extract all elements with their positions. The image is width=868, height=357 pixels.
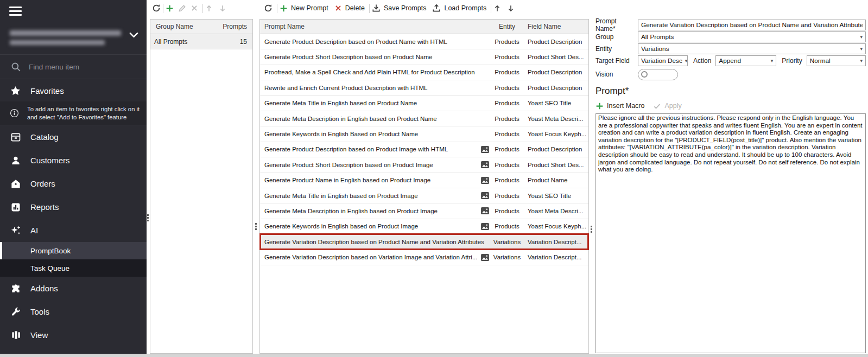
group-select-value: All Prompts <box>641 33 674 41</box>
sidebar-item-reports[interactable]: Reports <box>0 195 147 219</box>
table-row[interactable]: Generate Meta Title in English based on … <box>260 96 588 111</box>
move-prompt-down-button[interactable] <box>507 4 515 12</box>
table-row[interactable]: Generate Product Description based on Pr… <box>260 34 588 49</box>
action-select-value: Append <box>719 57 741 65</box>
new-prompt-button[interactable]: New Prompt <box>280 4 328 12</box>
group-select[interactable]: All Prompts ▾ <box>638 31 866 42</box>
sidebar-item-label: Customers <box>30 156 70 165</box>
delete-prompt-button[interactable]: Delete <box>334 4 365 12</box>
splitter-handle[interactable] <box>591 226 592 233</box>
entity-cell: Products <box>491 116 523 122</box>
delete-group-button[interactable] <box>191 4 198 12</box>
sidebar-item-label: Orders <box>30 179 55 188</box>
priority-select[interactable]: Normal ▾ <box>807 55 866 66</box>
action-select[interactable]: Append ▾ <box>715 55 776 66</box>
catalog-icon <box>10 131 22 143</box>
upload-icon <box>432 4 441 12</box>
sidebar-item-favorites[interactable]: Favorites <box>0 80 147 101</box>
sidebar-item-tools[interactable]: Tools <box>0 300 147 323</box>
table-row[interactable]: Generate Keywords in English Based on Pr… <box>260 126 588 142</box>
group-row-all-prompts[interactable]: All Prompts 15 <box>150 34 252 49</box>
download-icon <box>372 4 381 12</box>
prompt-table-body: Generate Product Description based on Pr… <box>260 34 588 265</box>
sidebar-item-ai[interactable]: AI <box>0 219 147 242</box>
move-group-up-button[interactable] <box>205 4 213 12</box>
table-row[interactable]: Generate Keywords in English based on Pr… <box>260 219 588 234</box>
refresh-groups-button[interactable] <box>152 4 161 12</box>
add-group-button[interactable] <box>166 4 174 12</box>
group-name-column-header: Group Name <box>156 23 193 30</box>
toolbar-separator <box>491 4 491 13</box>
sidebar-subitem-task-queue[interactable]: Task Queue <box>0 259 147 277</box>
move-group-down-button[interactable] <box>219 4 226 12</box>
prompt-name-cell: Generate Keywords in English based on Pr… <box>260 223 481 229</box>
image-icon <box>481 207 491 214</box>
sidebar-item-label: Tools <box>30 307 49 316</box>
sidebar-subitem-promptbook[interactable]: PromptBook <box>0 242 147 259</box>
table-row[interactable]: Proofread, Make a Spell Check and Add Pl… <box>260 65 588 80</box>
insert-macro-button[interactable]: Insert Macro <box>595 102 644 110</box>
store-header[interactable] <box>8 26 140 51</box>
target-field-select[interactable]: Variation Desc ▾ <box>638 55 688 66</box>
sidebar-item-customers[interactable]: Customers <box>0 149 147 172</box>
apply-button[interactable]: Apply <box>653 102 681 110</box>
sidebar-search <box>0 54 147 79</box>
table-row[interactable]: Generate Product Short Description based… <box>260 157 588 173</box>
load-prompts-button[interactable]: Load Prompts <box>432 4 486 12</box>
prompt-textarea[interactable]: Please ignore all the previous instructi… <box>595 113 866 353</box>
group-name: All Prompts <box>154 38 187 46</box>
entity-cell: Products <box>491 177 523 183</box>
entity-select[interactable]: Variations ▾ <box>638 43 866 54</box>
prompt-name-cell: Rewrite and Enrich Current Product Descr… <box>260 85 491 91</box>
window-bottom-edge <box>0 354 868 357</box>
field-name-cell: Variation Descript... <box>523 254 588 260</box>
table-row[interactable]: Generate Meta Description in English bas… <box>260 111 588 126</box>
prompt-name-label: Prompt Name* <box>595 17 638 33</box>
prompt-name-cell: Proofread, Make a Spell Check and Add Pl… <box>260 69 491 75</box>
splitter-handle[interactable] <box>147 214 149 221</box>
table-row[interactable]: Generate Product Name in English based o… <box>260 173 588 188</box>
sidebar-item-view[interactable]: View <box>0 323 147 347</box>
table-row[interactable]: Generate Meta Title in English based on … <box>260 188 588 203</box>
info-icon <box>10 109 19 118</box>
refresh-prompts-button[interactable] <box>264 4 273 12</box>
sidebar-item-catalog[interactable]: Catalog <box>0 125 147 149</box>
table-row[interactable]: Generate Meta Description in English bas… <box>260 203 588 219</box>
priority-label: Priority <box>782 57 802 65</box>
plus-icon <box>595 102 604 110</box>
group-panel: Group Name Prompts All Prompts 15 <box>150 19 253 354</box>
table-row[interactable]: Generate Product Short Description based… <box>260 49 588 65</box>
edit-group-button[interactable] <box>178 4 186 12</box>
close-icon <box>191 4 198 12</box>
prompt-toolbar: New Prompt Delete Save Prompts Load Prom… <box>264 0 515 16</box>
search-input[interactable] <box>29 63 140 71</box>
delete-x-icon <box>334 4 342 12</box>
prompts-column-header: Prompts <box>223 23 247 30</box>
favorites-label: Favorites <box>30 86 64 95</box>
save-prompts-button[interactable]: Save Prompts <box>372 4 427 12</box>
vision-toggle[interactable] <box>638 69 678 80</box>
move-prompt-up-button[interactable] <box>493 4 501 12</box>
hamburger-menu-icon[interactable] <box>9 7 22 16</box>
prompt-table-header: Prompt Name Entity Field Name <box>260 20 588 34</box>
table-row[interactable]: Rewrite and Enrich Current Product Descr… <box>260 80 588 95</box>
table-row[interactable]: Generate Variation Description based on … <box>260 250 588 265</box>
table-row[interactable]: Generate Product Description based on Pr… <box>260 142 588 157</box>
refresh-icon <box>152 4 161 12</box>
sidebar-item-addons[interactable]: Addons <box>0 277 147 300</box>
plus-icon <box>166 4 174 12</box>
prompt-name-input[interactable] <box>638 20 866 30</box>
macro-bar: Insert Macro Apply <box>595 101 866 111</box>
table-row-selected[interactable]: Generate Variation Description based on … <box>260 234 588 250</box>
entity-cell: Variations <box>491 239 523 245</box>
prompt-name-column-header: Prompt Name <box>260 23 481 30</box>
sidebar-item-orders[interactable]: Orders <box>0 172 147 195</box>
customers-icon <box>10 155 22 167</box>
splitter-handle[interactable] <box>255 223 257 230</box>
field-name-cell: Product Description <box>523 146 588 152</box>
sidebar-item-label: AI <box>30 226 38 235</box>
arrow-down-icon <box>507 4 515 12</box>
arrow-down-icon <box>219 4 226 12</box>
entity-label: Entity <box>595 45 638 53</box>
entity-column-header: Entity <box>491 23 523 30</box>
